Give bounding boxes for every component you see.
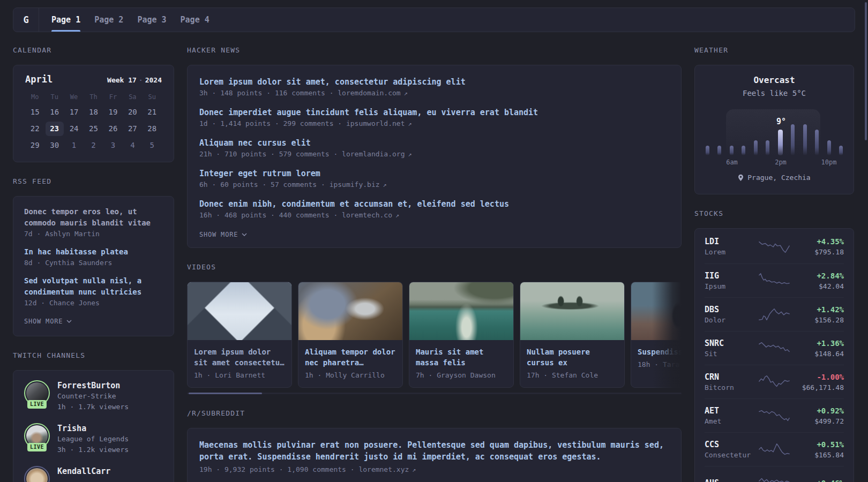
video-title-link[interactable]: Nullam posuere cursus ex: [527, 347, 618, 368]
twitch-channel[interactable]: LIVE ForrestBurton Counter-Strike 1h · 1…: [24, 380, 163, 412]
videos-section: VIDEOS Lorem ipsum dolor sit amet consec…: [187, 263, 682, 394]
stock-change: -1.00%: [791, 372, 844, 382]
rss-item-meta: 8d · Cynthia Saunders: [24, 258, 163, 268]
hn-item-title-link[interactable]: Aliquam nec cursus elit: [199, 137, 669, 149]
hn-item-title-link[interactable]: Lorem ipsum dolor sit amet, consectetur …: [199, 76, 669, 88]
calendar-day-next-month: 1: [64, 138, 84, 153]
hn-item-title-link[interactable]: Donec imperdiet augue tincidunt felis al…: [199, 107, 669, 118]
tab-page-4[interactable]: Page 4: [174, 8, 216, 32]
stock-sparkline: [757, 374, 791, 390]
reddit-post-meta: 19h · 9,932 points · 1,090 comments · lo…: [199, 464, 669, 475]
video-card[interactable]: Nullam posuere cursus ex 17h · Stefan Co…: [520, 282, 625, 388]
stock-price: $165.84: [791, 450, 844, 460]
channel-game: League of Legends: [57, 434, 129, 445]
stock-row[interactable]: AETAmet +0.92%$499.72: [705, 398, 844, 432]
stock-ticker: AET: [705, 405, 757, 416]
stock-row[interactable]: IIGIpsum +2.84%$42.04: [705, 263, 844, 297]
stock-row[interactable]: SNRCSit +1.36%$148.64: [705, 331, 844, 365]
video-card[interactable]: Suspendisse diam 18h · Tara: [631, 282, 682, 388]
stock-price: $795.18: [791, 247, 844, 257]
carousel-scrollbar: [187, 393, 682, 394]
calendar-section-title: CALENDAR: [13, 46, 174, 54]
video-title-link[interactable]: Aliquam tempor dolor nec pharetra…: [305, 347, 396, 368]
middle-column: HACKER NEWS Lorem ipsum dolor sit amet, …: [187, 46, 682, 482]
page-scrollbar-thumb[interactable]: [865, 2, 867, 140]
calendar-day: 16: [44, 105, 64, 119]
video-card[interactable]: Mauris sit amet massa felis 7h · Grayson…: [409, 282, 514, 388]
hn-item-title-link[interactable]: Donec enim nibh, condimentum et accumsan…: [199, 198, 669, 210]
twitch-channel[interactable]: KendallCarr: [24, 466, 163, 482]
stock-name: Lorem: [705, 247, 757, 257]
channel-name: Trisha: [57, 423, 129, 434]
weather-bar: [803, 124, 807, 155]
video-card[interactable]: Lorem ipsum dolor sit amet consectetu… 1…: [187, 282, 292, 388]
stock-row[interactable]: AHS +0.46%: [705, 466, 844, 482]
video-title-link[interactable]: Lorem ipsum dolor sit amet consectetu…: [194, 347, 285, 368]
stock-change: +0.51%: [791, 439, 844, 450]
twitch-section: TWITCH CHANNELS LIVE ForrestBurton Count…: [13, 351, 174, 482]
rss-item: Sed volutpat nulla nisl, a condimentum n…: [24, 275, 163, 308]
video-title-link[interactable]: Suspendisse diam: [638, 347, 682, 357]
stock-sparkline: [757, 239, 791, 255]
stock-row[interactable]: CRNBitcorn -1.00%$66,171.48: [705, 365, 844, 398]
hn-show-more-button[interactable]: SHOW MORE: [199, 231, 669, 238]
calendar-day: 18: [84, 105, 103, 119]
stock-change: +1.36%: [791, 338, 844, 349]
rss-item-link[interactable]: In hac habitasse platea: [24, 246, 163, 258]
stocks-section-title: STOCKS: [694, 209, 854, 217]
calendar-dow: Tu: [44, 91, 64, 103]
carousel-scrollbar-thumb[interactable]: [189, 393, 262, 394]
video-card[interactable]: Aliquam tempor dolor nec pharetra… 1h · …: [298, 282, 403, 388]
stock-row[interactable]: CCSConsectetur +0.51%$165.84: [705, 432, 844, 466]
dot-separator: ·: [137, 76, 145, 84]
calendar-dow: Fr: [103, 91, 123, 103]
stock-price: $156.28: [791, 315, 844, 325]
stock-price: $499.72: [791, 416, 844, 426]
tab-page-3[interactable]: Page 3: [130, 8, 173, 32]
stock-sparkline: [757, 273, 791, 289]
stock-row[interactable]: LDILorem +4.35%$795.18: [705, 230, 844, 263]
calendar-dow: Mo: [25, 91, 44, 103]
hn-item: Donec imperdiet augue tincidunt felis al…: [199, 107, 669, 129]
weather-bar: [766, 140, 769, 155]
tab-page-1[interactable]: Page 1: [44, 8, 87, 32]
reddit-post-title-link[interactable]: Maecenas mollis pulvinar erat non posuer…: [199, 439, 669, 463]
live-badge: LIVE: [27, 443, 47, 451]
chevron-down-icon: [66, 320, 72, 323]
hn-item-title-link[interactable]: Integer eget rutrum lorem: [199, 168, 669, 179]
channel-name: ForrestBurton: [57, 380, 129, 391]
rss-item-link[interactable]: Donec tempor eros leo, ut commodo mauris…: [24, 206, 163, 229]
twitch-channel[interactable]: LIVE Trisha League of Legends 3h · 1.2k …: [24, 423, 163, 455]
video-title-link[interactable]: Mauris sit amet massa felis: [416, 347, 507, 368]
channel-avatar-image: [26, 468, 48, 482]
calendar-day: 29: [25, 138, 44, 153]
calendar-day: 25: [84, 122, 103, 136]
hn-item: Aliquam nec cursus elit 21h · 710 points…: [199, 137, 669, 160]
weather-bar: [815, 130, 819, 155]
channel-name: KendallCarr: [57, 466, 110, 477]
video-meta: 1h · Lori Barnett: [194, 371, 285, 379]
stock-name: Consectetur: [705, 450, 757, 460]
external-link-icon: ↗: [408, 120, 412, 127]
rss-section-title: RSS FEED: [13, 177, 174, 185]
hackernews-section-title: HACKER NEWS: [187, 46, 682, 54]
rss-show-more-button[interactable]: SHOW MORE: [24, 318, 163, 325]
hackernews-section: HACKER NEWS Lorem ipsum dolor sit amet, …: [187, 46, 682, 248]
calendar-header: April Week 17·2024: [25, 74, 162, 85]
tab-page-2[interactable]: Page 2: [87, 8, 130, 32]
channel-meta: 1h · 1.7k viewers: [57, 402, 129, 412]
avatar: LIVE: [24, 380, 50, 406]
calendar-day: 27: [123, 122, 142, 136]
calendar-dow: Su: [143, 91, 162, 103]
stock-change: +1.42%: [791, 304, 844, 315]
channel-info: ForrestBurton Counter-Strike 1h · 1.7k v…: [57, 380, 129, 412]
weather-bar: [839, 146, 843, 155]
external-link-icon: ↗: [395, 212, 399, 219]
stock-row[interactable]: DBSDolor +1.42%$156.28: [705, 297, 844, 331]
calendar-day: 26: [103, 122, 123, 136]
calendar-section: CALENDAR April Week 17·2024 Mo Tu We Th …: [13, 46, 174, 162]
rss-item-link[interactable]: Sed volutpat nulla nisl, a condimentum n…: [24, 275, 163, 298]
calendar-day: 20: [123, 105, 142, 119]
videos-carousel: Lorem ipsum dolor sit amet consectetu… 1…: [187, 282, 682, 388]
stock-change: +0.46%: [791, 478, 844, 482]
